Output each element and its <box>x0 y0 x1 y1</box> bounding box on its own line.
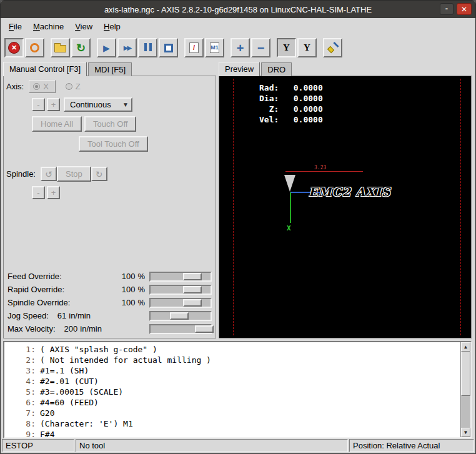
slider-handle[interactable] <box>183 299 202 307</box>
feed-override-label: Feed Override: <box>7 272 62 281</box>
jog-speed-slider[interactable] <box>149 311 212 321</box>
tool-touch-off-button[interactable]: Tool Touch Off <box>79 136 148 152</box>
menubar: File Machine View Help <box>1 18 475 35</box>
axis-x-radio[interactable]: X <box>29 80 56 93</box>
estop-button[interactable]: ✕ <box>4 38 24 57</box>
toolbar-group-file: ↻ <box>51 38 91 57</box>
rapid-override-value: 100 <box>122 285 136 294</box>
spindle-row: Spindle: ↺ Stop ↻ <box>6 166 213 182</box>
feed-override-unit: % <box>137 272 145 281</box>
rapid-override-row: Rapid Override: 100 % <box>6 283 213 296</box>
scroll-thumb[interactable] <box>461 352 470 396</box>
gcode-line: 2:( Not intended for actual milling ) <box>12 355 458 365</box>
spindle-override-value: 100 <box>122 298 136 307</box>
tab-mdi[interactable]: MDI [F5] <box>88 62 132 76</box>
slider-handle[interactable] <box>183 273 202 280</box>
titlebar[interactable]: axis-lathe.ngc - AXIS 2.8.2-10-g6d29f145… <box>1 1 475 18</box>
run-button[interactable]: ▶ <box>97 38 116 57</box>
menu-view[interactable]: View <box>69 19 98 34</box>
axis-z-radio[interactable]: Z <box>62 81 87 92</box>
skip-lines-icon: / <box>189 42 199 53</box>
emc2-axis-logo: EMC2 AXIS <box>309 185 391 199</box>
gcode-listing[interactable]: 1:( AXIS "splash g-code" ) 2:( Not inten… <box>3 341 472 438</box>
status-position-mode: Position: Relative Actual <box>349 439 474 452</box>
spindle-minus-button[interactable]: - <box>32 186 45 199</box>
gcode-line: 6:#4=60 (FEED) <box>12 397 458 408</box>
toolbar-group-view: Y Y <box>277 38 317 57</box>
max-velocity-slider[interactable] <box>149 324 212 334</box>
home-row: Home All Touch Off <box>32 116 213 132</box>
feed-override-value: 100 <box>122 272 136 281</box>
jog-increment-select[interactable]: Continuous ▼ <box>64 97 132 112</box>
spindle-reverse-button[interactable]: ↺ <box>41 167 57 181</box>
menu-file[interactable]: File <box>3 19 27 34</box>
jog-speed-unit: in/min <box>69 311 91 320</box>
optional-stop-toggle[interactable]: M1 <box>205 38 224 57</box>
folder-icon <box>54 45 66 52</box>
skip-lines-toggle[interactable]: / <box>184 38 204 57</box>
x-axis-label: X <box>287 224 291 232</box>
clear-plot-button[interactable] <box>323 38 342 57</box>
gcode-line: 5:#3=.00015 (SCALE) <box>12 387 458 397</box>
spindle-override-row: Spindle Override: 100 % <box>6 296 213 309</box>
jog-speed-value: 61 <box>57 311 66 320</box>
tab-dro[interactable]: DRO <box>261 62 292 76</box>
tab-preview[interactable]: Preview <box>219 62 260 76</box>
view-y2-button[interactable]: Y <box>297 38 317 57</box>
spindle-override-slider[interactable] <box>149 298 212 308</box>
gcode-line: 3:#1=.1 (SH) <box>12 365 458 376</box>
spindle-forward-button[interactable]: ↻ <box>91 167 107 181</box>
spindle-plus-button[interactable]: + <box>47 186 60 199</box>
machine-power-button[interactable] <box>25 38 44 57</box>
feed-override-slider[interactable] <box>149 272 212 282</box>
minimize-button[interactable]: - <box>440 3 454 15</box>
menu-machine[interactable]: Machine <box>27 19 69 34</box>
stop-icon <box>164 44 173 52</box>
slider-handle[interactable] <box>170 312 189 320</box>
zoom-in-button[interactable]: + <box>231 38 250 57</box>
dimension-line <box>285 171 363 172</box>
tab-manual-control[interactable]: Manual Control [F3] <box>3 62 87 76</box>
power-icon <box>30 43 39 52</box>
reload-file-button[interactable]: ↻ <box>71 38 91 57</box>
zoom-out-button[interactable]: − <box>251 38 270 57</box>
max-velocity-row: Max Velocity: 200 in/min <box>6 322 213 335</box>
preview-canvas[interactable]: Rad: 0.0000Dia: 0.0000 Z: 0.0000Vel: 0.0… <box>219 76 471 338</box>
scroll-down-arrow[interactable]: ▼ <box>461 428 470 437</box>
axis-row: Axis: X Z <box>6 80 213 93</box>
touch-off-button[interactable]: Touch Off <box>84 116 136 132</box>
spindle-override-unit: % <box>137 298 145 307</box>
home-all-button[interactable]: Home All <box>32 116 82 132</box>
brush-icon <box>327 42 339 54</box>
jog-speed-row: Jog Speed: 61 in/min <box>6 309 213 322</box>
close-button[interactable]: ✕ <box>457 3 472 15</box>
tool-touch-off-row: Tool Touch Off <box>79 136 213 152</box>
rapid-override-slider[interactable] <box>149 285 212 295</box>
view-y-button[interactable]: Y <box>277 38 296 57</box>
slider-handle[interactable] <box>183 286 202 294</box>
slider-handle[interactable] <box>195 325 214 333</box>
preview-panel: Preview DRO Rad: 0.0000Dia: 0.0000 Z: 0.… <box>219 61 472 338</box>
scroll-track[interactable] <box>461 352 470 428</box>
status-tool: No tool <box>76 439 348 452</box>
step-button[interactable]: ▶▶ <box>117 38 137 57</box>
spindle-override-label: Spindle Override: <box>7 298 70 307</box>
pause-button[interactable] <box>138 38 157 57</box>
max-velocity-label: Max Velocity: <box>7 324 56 333</box>
open-file-button[interactable] <box>51 38 70 57</box>
left-tabs: Manual Control [F3] MDI [F5] <box>3 61 216 76</box>
override-sliders: Feed Override: 100 % Rapid Override: 100… <box>6 270 213 337</box>
max-velocity-unit: in/min <box>80 324 102 333</box>
optional-stop-icon: M1 <box>210 42 219 53</box>
stop-button[interactable] <box>159 38 178 57</box>
jog-increment-value: Continuous <box>70 100 111 109</box>
jog-plus-button[interactable]: + <box>47 98 60 111</box>
gcode-scrollbar[interactable]: ▲ ▼ <box>460 342 470 437</box>
scroll-up-arrow[interactable]: ▲ <box>461 342 470 352</box>
jog-minus-button[interactable]: - <box>32 98 45 111</box>
spindle-stop-button[interactable]: Stop <box>57 166 91 182</box>
chevron-down-icon: ▼ <box>122 101 129 108</box>
menu-help[interactable]: Help <box>98 19 126 34</box>
spindle-cw-icon: ↻ <box>96 169 103 179</box>
radio-checked-icon <box>33 83 40 90</box>
